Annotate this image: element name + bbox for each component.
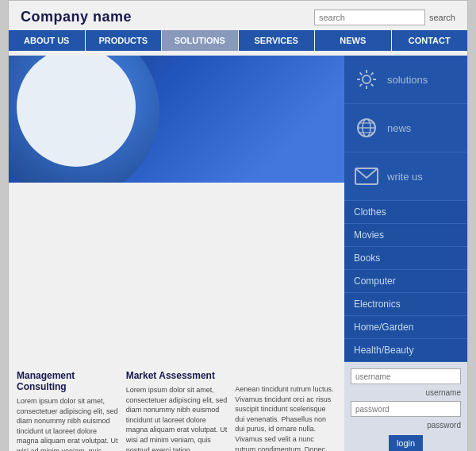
sidebar-solutions-label: solutions [387, 74, 428, 86]
category-computer[interactable]: Computer [344, 270, 467, 293]
col3-body: Aenean tincidunt rutrum luctus. Vivamus … [235, 384, 336, 451]
col2-heading: Market Assessment [126, 370, 228, 381]
username-label: username [351, 388, 461, 397]
nav-item-products[interactable]: PRODUCTS [86, 30, 163, 51]
left-content [9, 56, 344, 362]
sidebar-news-label: news [387, 122, 411, 134]
gear-icon [354, 67, 379, 92]
page-wrapper: Company name search ABOUT US PRODUCTS SO… [8, 0, 468, 451]
sidebar-write-label: write us [387, 171, 423, 183]
col1-heading: Management Consulting [17, 370, 118, 392]
col1-body: Lorem ipsum dolor sit amet, consectetuer… [17, 396, 118, 451]
sidebar-item-write[interactable]: write us [344, 152, 467, 201]
nav-item-news[interactable]: NEWS [315, 30, 392, 51]
hero-banner [9, 56, 344, 183]
sidebar-item-news[interactable]: news [344, 104, 467, 152]
nav-item-services[interactable]: SERVICES [239, 30, 316, 51]
text-col-2: Market Assessment Lorem ipsum dolor sit … [126, 370, 228, 451]
company-name: Company name [21, 9, 132, 25]
right-sidebar: solutions news [344, 56, 467, 362]
svg-point-0 [363, 75, 370, 83]
password-label: password [351, 421, 461, 430]
sidebar-item-solutions[interactable]: solutions [344, 56, 467, 104]
header: Company name search [9, 1, 467, 30]
nav-bar: ABOUT US PRODUCTS SOLUTIONS SERVICES NEW… [9, 30, 467, 56]
category-health[interactable]: Health/Beauty [344, 339, 467, 362]
main-bottom-left: Management Consulting Lorem ipsum dolor … [9, 362, 344, 451]
nav-item-contact[interactable]: CONTACT [392, 30, 468, 51]
category-electronics[interactable]: Electronics [344, 293, 467, 316]
username-input[interactable] [351, 368, 461, 384]
main-area: solutions news [9, 56, 467, 362]
login-section: username password login forgot password [344, 362, 467, 451]
col2-body: Lorem ipsum dolor sit amet, consectetuer… [126, 385, 228, 451]
main-bottom: Management Consulting Lorem ipsum dolor … [9, 362, 467, 451]
search-input[interactable] [314, 10, 425, 25]
category-clothes[interactable]: Clothes [344, 201, 467, 224]
category-home[interactable]: Home/Garden [344, 316, 467, 339]
search-label: search [429, 13, 455, 22]
category-books[interactable]: Books [344, 247, 467, 270]
globe-icon [354, 115, 379, 141]
category-sidebar: Clothes Movies Books Computer Electronic… [344, 201, 467, 362]
nav-item-about[interactable]: ABOUT US [9, 30, 86, 51]
envelope-icon [354, 164, 379, 189]
password-input[interactable] [351, 401, 461, 417]
search-bar: search [314, 10, 455, 25]
nav-item-solutions[interactable]: SOLUTIONS [162, 30, 239, 51]
login-button[interactable]: login [389, 435, 423, 451]
text-col-3: Aenean tincidunt rutrum luctus. Vivamus … [235, 370, 336, 451]
category-movies[interactable]: Movies [344, 224, 467, 247]
text-col-1: Management Consulting Lorem ipsum dolor … [17, 370, 118, 451]
